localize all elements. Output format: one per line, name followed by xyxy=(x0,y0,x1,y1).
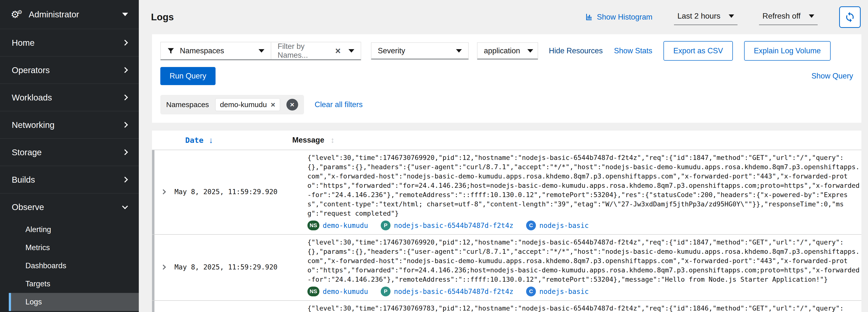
namespace-badge: NS xyxy=(307,287,319,296)
date-column-header[interactable]: Date xyxy=(185,136,204,144)
sort-icon[interactable]: ↕ xyxy=(331,136,335,145)
sidebar-item-observe[interactable]: Observe xyxy=(0,193,139,221)
namespace-filter-input[interactable]: Filter by Names... × xyxy=(271,42,361,59)
sidebar-item-operators[interactable]: Operators xyxy=(0,56,139,84)
log-message: {"level":30,"time":1746730769920,"pid":1… xyxy=(307,153,860,218)
container-badge: C xyxy=(526,221,536,230)
log-message: {"level":30,"time":1746730769783,"pid":1… xyxy=(307,304,860,312)
chevron-right-icon xyxy=(122,39,128,46)
log-message: {"level":30,"time":1746730769920,"pid":1… xyxy=(307,238,860,284)
caret-down-icon xyxy=(348,49,354,53)
clear-input-icon[interactable]: × xyxy=(335,46,341,56)
severity-select[interactable]: Severity xyxy=(371,42,469,59)
sidebar-item-workloads[interactable]: Workloads xyxy=(0,84,139,111)
resource-links: NSdemo-kumudu Pnodejs-basic-6544b7487d-f… xyxy=(307,221,860,230)
attribute-selector[interactable]: Namespaces xyxy=(161,42,271,59)
chevron-right-icon xyxy=(122,67,128,73)
export-csv-button[interactable]: Export as CSV xyxy=(663,41,733,61)
namespace-badge: NS xyxy=(307,221,319,230)
container-link[interactable]: Cnodejs-basic xyxy=(526,221,589,230)
sidebar-item-storage[interactable]: Storage xyxy=(0,138,139,166)
container-link[interactable]: Cnodejs-basic xyxy=(526,287,589,296)
namespaces-chip-group: Namespaces demo-kumudu × × xyxy=(160,95,304,114)
caret-down-icon xyxy=(122,13,128,16)
container-badge: C xyxy=(526,287,536,296)
perspective-label: Administrator xyxy=(29,9,79,19)
sidebar-item-builds[interactable]: Builds xyxy=(0,166,139,193)
table-row: May 8, 2025, 11:59:29.920 {"level":30,"t… xyxy=(152,150,861,234)
run-query-button[interactable]: Run Query xyxy=(160,67,216,85)
attribute-filter-group: Namespaces Filter by Names... × xyxy=(160,42,361,60)
histogram-icon xyxy=(585,13,594,21)
resource-links: NSdemo-kumudu Pnodejs-basic-6544b7487d-f… xyxy=(307,287,860,296)
filter-toolbar: Namespaces Filter by Names... × Severity… xyxy=(152,34,861,123)
table-header: Date ↓ Message ↕ xyxy=(152,131,861,150)
caret-down-icon xyxy=(809,15,814,18)
caret-down-icon xyxy=(456,49,462,53)
message-column-header[interactable]: Message xyxy=(292,136,324,144)
chevron-right-icon xyxy=(122,94,128,100)
clear-all-filters-link[interactable]: Clear all filters xyxy=(315,100,363,109)
show-stats-link[interactable]: Show Stats xyxy=(614,47,652,55)
refresh-interval-select[interactable]: Refresh off xyxy=(759,9,818,25)
cogs-icon: ⚙⚙ xyxy=(11,9,23,19)
chevron-down-icon xyxy=(122,203,128,209)
chevron-right-icon xyxy=(122,176,128,182)
pod-badge: P xyxy=(381,287,391,296)
chevron-right-icon xyxy=(122,122,128,127)
sidebar-item-networking[interactable]: Networking xyxy=(0,111,139,138)
filter-icon xyxy=(167,47,175,55)
pod-link[interactable]: Pnodejs-basic-6544b7487d-f2t4z xyxy=(381,221,514,230)
expand-row-icon[interactable] xyxy=(160,264,166,270)
time-range-select[interactable]: Last 2 hours xyxy=(674,9,738,25)
sidebar-item-home[interactable]: Home xyxy=(0,29,139,56)
remove-chip-icon[interactable]: × xyxy=(271,101,275,109)
sync-icon xyxy=(844,11,856,23)
sidebar-item-alerting[interactable]: Alerting xyxy=(0,221,139,239)
chip-group-label: Namespaces xyxy=(166,101,209,109)
page-title: Logs xyxy=(151,12,174,23)
sort-descending-icon[interactable]: ↓ xyxy=(209,136,213,145)
show-histogram-link[interactable]: Show Histogram xyxy=(585,13,652,22)
sidebar-item-logs[interactable]: Logs xyxy=(9,293,139,311)
logs-table: Date ↓ Message ↕ May 8, 2025, 11:59:29.9… xyxy=(152,131,861,312)
sidebar-item-targets[interactable]: Targets xyxy=(0,275,139,293)
pod-badge: P xyxy=(381,221,391,230)
caret-down-icon xyxy=(729,15,734,18)
namespace-link[interactable]: NSdemo-kumudu xyxy=(307,287,368,296)
hide-resources-link[interactable]: Hide Resources xyxy=(549,47,603,55)
sidebar-item-dashboards[interactable]: Dashboards xyxy=(0,257,139,275)
header-controls: Show Histogram Last 2 hours Refresh off xyxy=(585,6,861,28)
table-row: May 8, 2025, 11:59:29.784 {"level":30,"t… xyxy=(152,300,861,312)
log-timestamp: May 8, 2025, 11:59:29.920 xyxy=(175,188,307,196)
refresh-button[interactable] xyxy=(839,6,861,28)
main-content: Logs Show Histogram Last 2 hours Refresh… xyxy=(139,0,868,312)
perspective-switcher[interactable]: ⚙⚙ Administrator xyxy=(0,0,139,29)
tenant-select[interactable]: application xyxy=(477,42,538,59)
caret-down-icon xyxy=(258,49,265,53)
explain-log-volume-button[interactable]: Explain Log Volume xyxy=(744,41,831,61)
sidebar-item-metrics[interactable]: Metrics xyxy=(0,239,139,257)
expand-row-icon[interactable] xyxy=(160,189,166,194)
clear-chip-group-icon[interactable]: × xyxy=(286,99,298,111)
sidebar: ⚙⚙ Administrator Home Operators Workload… xyxy=(0,0,139,312)
page-header: Logs Show Histogram Last 2 hours Refresh… xyxy=(139,0,868,34)
namespace-link[interactable]: NSdemo-kumudu xyxy=(307,221,368,230)
table-row: May 8, 2025, 11:59:29.920 {"level":30,"t… xyxy=(152,234,861,300)
chevron-right-icon xyxy=(122,149,128,155)
pod-link[interactable]: Pnodejs-basic-6544b7487d-f2t4z xyxy=(381,287,514,296)
show-query-link[interactable]: Show Query xyxy=(811,72,853,80)
namespace-chip: demo-kumudu × xyxy=(215,98,280,111)
caret-down-icon xyxy=(527,49,533,53)
log-timestamp: May 8, 2025, 11:59:29.920 xyxy=(175,263,307,271)
